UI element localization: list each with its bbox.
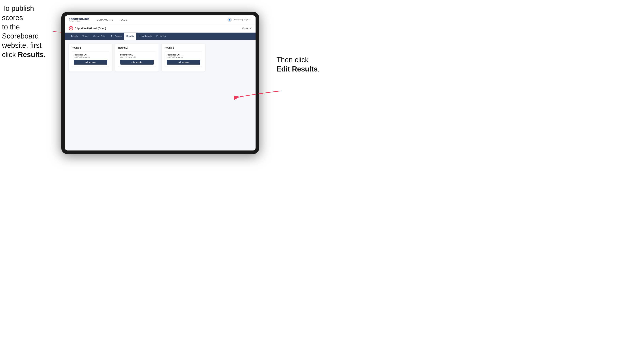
instruction-right-suffix: .: [318, 65, 320, 73]
round-3-card: Round 3 Peachtree GC Gold (M) (7010 yds)…: [162, 44, 205, 71]
tablet-screen: SCOREBOARD Powered by clippd TOURNAMENTS…: [65, 15, 256, 151]
instruction-line4-suffix: .: [44, 51, 46, 59]
round-2-edit-button[interactable]: Edit Results: [120, 60, 154, 65]
tournament-title: C Clippd Invitational (Open): [69, 26, 106, 30]
round-1-course-card: Peachtree GC Gold (M) (7010 yds) Edit Re…: [72, 51, 110, 67]
instruction-line3: website, first: [2, 41, 42, 49]
instruction-left: To publish scores to the Scoreboard webs…: [2, 4, 56, 59]
tab-printables[interactable]: Printables: [154, 33, 168, 40]
round-1-card: Round 1 Peachtree GC Gold (M) (7010 yds)…: [69, 44, 112, 71]
logo-area: SCOREBOARD Powered by clippd: [69, 18, 90, 22]
instruction-right-line1: Then click: [276, 56, 308, 64]
round-1-course-detail: Gold (M) (7010 yds): [74, 56, 107, 58]
instruction-right-bold: Edit Results: [276, 65, 318, 73]
tab-course-setup[interactable]: Course Setup: [91, 33, 108, 40]
tournament-name: Clippd Invitational (Open): [75, 27, 106, 30]
rounds-grid: Round 1 Peachtree GC Gold (M) (7010 yds)…: [69, 44, 252, 71]
round-4-card: [208, 44, 252, 71]
round-3-course-detail: Gold (M) (7010 yds): [167, 56, 200, 58]
tab-leaderboards[interactable]: Leaderboards: [136, 33, 154, 40]
round-2-title: Round 2: [118, 46, 156, 49]
instruction-right: Then click Edit Results.: [276, 55, 320, 74]
round-1-edit-button[interactable]: Edit Results: [74, 60, 107, 65]
tab-tee-groups[interactable]: Tee Groups: [108, 33, 124, 40]
round-3-edit-button[interactable]: Edit Results: [167, 60, 200, 65]
round-2-course-name: Peachtree GC: [120, 54, 154, 56]
instruction-line2: to the Scoreboard: [2, 23, 39, 40]
nav-tournaments[interactable]: TOURNAMENTS: [95, 18, 113, 21]
sign-out-link[interactable]: Sign out: [244, 18, 252, 21]
round-1-course-name: Peachtree GC: [74, 54, 107, 56]
top-nav: SCOREBOARD Powered by clippd TOURNAMENTS…: [65, 15, 256, 24]
tab-results[interactable]: Results: [124, 33, 136, 40]
instruction-line4-prefix: click: [2, 51, 18, 59]
tournament-header: C Clippd Invitational (Open) Cancel ✕: [65, 24, 256, 33]
tab-teams[interactable]: Teams: [80, 33, 91, 40]
logo-text: SCOREBOARD: [69, 18, 90, 20]
nav-links: TOURNAMENTS TEAMS: [95, 18, 228, 21]
instruction-results-bold: Results: [18, 51, 44, 59]
round-1-title: Round 1: [72, 46, 110, 49]
main-content: Round 1 Peachtree GC Gold (M) (7010 yds)…: [65, 40, 256, 151]
round-3-title: Round 3: [164, 46, 202, 49]
user-avatar: 👤: [228, 17, 232, 22]
logo-sub: Powered by clippd: [69, 20, 90, 22]
instruction-line1: To publish scores: [2, 4, 34, 22]
tab-details[interactable]: Details: [69, 33, 80, 40]
cancel-button[interactable]: Cancel ✕: [242, 27, 252, 30]
tablet-frame: SCOREBOARD Powered by clippd TOURNAMENTS…: [61, 12, 259, 154]
nav-right: 👤 Test User | Sign out: [228, 17, 252, 22]
sub-nav: Details Teams Course Setup Tee Groups Re…: [65, 33, 256, 40]
round-2-course-card: Peachtree GC Gold (M) (7010 yds) Edit Re…: [118, 51, 156, 67]
round-3-course-card: Peachtree GC Gold (M) (7010 yds) Edit Re…: [164, 51, 202, 67]
round-3-course-name: Peachtree GC: [167, 54, 200, 56]
user-label: Test User |: [234, 18, 243, 21]
round-2-card: Round 2 Peachtree GC Gold (M) (7010 yds)…: [115, 44, 159, 71]
round-2-course-detail: Gold (M) (7010 yds): [120, 56, 154, 58]
nav-teams[interactable]: TEAMS: [119, 18, 127, 21]
clippd-icon: C: [69, 26, 73, 30]
